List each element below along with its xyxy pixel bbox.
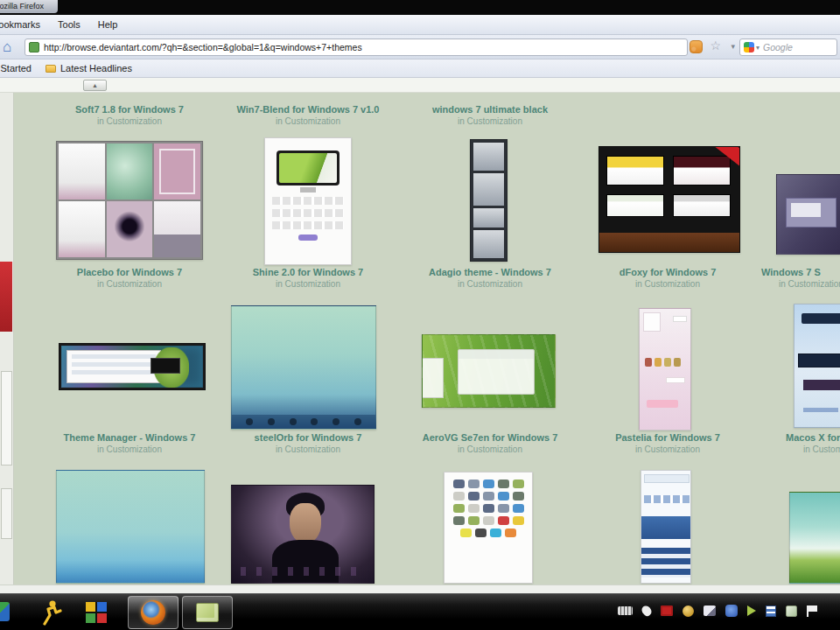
- grill-tray-icon[interactable]: [618, 606, 633, 615]
- deviation-category[interactable]: in Customization: [399, 278, 581, 290]
- deviation-card: AeroVG Se7en for Windows 7 in Customizat…: [399, 432, 581, 455]
- page-left-column: [0, 93, 14, 584]
- window-title: Mozilla Firefox: [0, 0, 44, 13]
- leaf-app-tray-icon[interactable]: [786, 606, 797, 617]
- system-tray: [618, 605, 817, 617]
- deviation-category[interactable]: in Customization: [761, 278, 840, 290]
- deviation-thumbnail-shine[interactable]: [264, 137, 352, 265]
- deviation-category[interactable]: in Customization: [217, 116, 399, 127]
- firefox-taskbar-button[interactable]: [128, 596, 178, 629]
- rss-icon[interactable]: [690, 40, 703, 53]
- gold-badge-tray-icon[interactable]: [682, 606, 694, 617]
- deviation-thumbnail-windows7s[interactable]: [776, 174, 840, 255]
- deviation-card: Win7-Blend for Windows 7 v1.0 in Customi…: [217, 104, 399, 127]
- deviation-category[interactable]: in Customization: [786, 444, 840, 455]
- menu-bar: Bookmarks Tools Help: [0, 15, 840, 35]
- taskbar-partial-icon[interactable]: [0, 602, 10, 621]
- scroll-up-button[interactable]: ▲: [83, 80, 107, 91]
- left-ad-fragment: [0, 262, 12, 332]
- photo-tray-icon[interactable]: [704, 606, 716, 616]
- menu-help[interactable]: Help: [89, 19, 127, 30]
- deviation-thumbnail-dfoxy[interactable]: [598, 146, 740, 253]
- deviation-thumbnail-pastelia[interactable]: [639, 308, 691, 430]
- window-bottom-edge: [0, 584, 840, 593]
- deviation-thumbnail[interactable]: [56, 470, 205, 584]
- address-bar[interactable]: [24, 38, 688, 56]
- taskbar: [0, 593, 840, 630]
- browser-viewport: ▲ Soft7 1.8 for Windows 7 in Customizati…: [0, 78, 840, 584]
- notes-taskbar-button[interactable]: [182, 596, 233, 629]
- deviation-title-link[interactable]: Theme Manager - Windows 7: [38, 432, 220, 444]
- flag-tray-icon[interactable]: [807, 606, 817, 617]
- bookmark-star-icon[interactable]: ☆: [710, 38, 721, 52]
- deviation-card: steelOrb for Windows 7 in Customization: [217, 432, 399, 455]
- deviation-thumbnail-theme-manager[interactable]: [59, 343, 206, 390]
- bookmark-getting-started[interactable]: Getting Started: [0, 63, 38, 74]
- window-titlebar[interactable]: Mozilla Firefox: [0, 0, 58, 13]
- navigation-bar: ⌂ ☆ ▾ ▾: [0, 35, 840, 60]
- deviation-thumbnail[interactable]: [444, 472, 533, 584]
- deviation-title-link[interactable]: Placebo for Windows 7: [38, 267, 220, 278]
- bookmark-latest-headlines[interactable]: Latest Headlines: [38, 63, 139, 74]
- search-input[interactable]: [763, 42, 833, 52]
- play-arrow-tray-icon[interactable]: [747, 606, 756, 616]
- deviation-thumbnail-aerovg[interactable]: [422, 334, 556, 408]
- droplet-tray-icon[interactable]: [640, 604, 654, 618]
- left-panel-fragment: [1, 371, 12, 466]
- deviation-thumbnail-placebo[interactable]: [56, 141, 203, 260]
- deviation-thumbnail-macosx[interactable]: [794, 304, 840, 428]
- deviation-card: Pastelia for Windows 7 in Customization: [577, 432, 759, 455]
- menu-bookmarks[interactable]: Bookmarks: [0, 19, 49, 30]
- bookmarks-toolbar: Getting Started Latest Headlines: [0, 60, 840, 78]
- deviation-card: Macos X for W in Customization: [786, 432, 840, 455]
- red-badge-tray-icon[interactable]: [661, 606, 673, 616]
- deviation-title-link[interactable]: AeroVG Se7en for Windows 7: [399, 432, 581, 444]
- deviation-category[interactable]: in Customization: [577, 444, 759, 455]
- deviation-thumbnail[interactable]: [789, 492, 840, 584]
- search-bar[interactable]: ▾: [739, 38, 837, 56]
- deviation-thumbnail-adagio[interactable]: [470, 139, 508, 262]
- search-engine-dropdown-icon[interactable]: ▾: [756, 44, 760, 52]
- deviation-title-link[interactable]: Pastelia for Windows 7: [577, 432, 759, 444]
- deviation-title-link[interactable]: Macos X for W: [786, 432, 840, 444]
- deviation-title-link[interactable]: steelOrb for Windows 7: [217, 432, 399, 444]
- deviation-category[interactable]: in Customization: [38, 116, 220, 127]
- home-icon[interactable]: ⌂: [3, 39, 11, 54]
- menu-tools[interactable]: Tools: [49, 19, 89, 30]
- deviation-thumbnail[interactable]: [640, 470, 691, 584]
- google-logo-icon: [744, 42, 754, 52]
- deviation-card: windows 7 ultimate black in Customizatio…: [399, 104, 581, 127]
- deviation-category[interactable]: in Customization: [38, 444, 220, 455]
- deviation-category[interactable]: in Customization: [217, 278, 399, 290]
- url-input[interactable]: [44, 42, 683, 52]
- deviation-card: dFoxy for Windows 7 in Customization: [577, 267, 759, 290]
- deviation-category[interactable]: in Customization: [577, 278, 759, 290]
- deviation-title-link[interactable]: Soft7 1.8 for Windows 7: [38, 104, 220, 116]
- document-tray-icon[interactable]: [766, 606, 776, 617]
- url-dropdown-icon[interactable]: ▾: [731, 42, 735, 51]
- deviation-category[interactable]: in Customization: [217, 444, 399, 455]
- deviation-thumbnail-steelorb[interactable]: [231, 305, 376, 430]
- deviation-title-link[interactable]: Win7-Blend for Windows 7 v1.0: [217, 104, 399, 116]
- feed-folder-icon: [46, 65, 56, 73]
- notes-icon: [196, 603, 219, 622]
- deviation-category[interactable]: in Customization: [399, 116, 581, 127]
- deviation-card: Soft7 1.8 for Windows 7 in Customization: [38, 104, 220, 127]
- desktop-screen: Mozilla Firefox Bookmarks Tools Help ⌂ ☆…: [0, 0, 840, 630]
- blue-app-tray-icon[interactable]: [725, 605, 738, 617]
- deviation-category[interactable]: in Customization: [38, 278, 220, 290]
- deviation-card: Placebo for Windows 7 in Customization: [38, 267, 220, 290]
- deviation-card: Theme Manager - Windows 7 in Customizati…: [38, 432, 220, 455]
- deviation-title-link[interactable]: Windows 7 S: [761, 267, 840, 278]
- deviation-title-link[interactable]: windows 7 ultimate black: [399, 104, 581, 116]
- deviation-title-link[interactable]: Shine 2.0 for Windows 7: [217, 267, 399, 278]
- deviation-card: Windows 7 S in Customization: [761, 267, 840, 290]
- deviation-thumbnail[interactable]: [231, 485, 374, 584]
- page-header-strip: [0, 78, 840, 93]
- site-favicon: [29, 42, 39, 52]
- deviation-title-link[interactable]: dFoxy for Windows 7: [577, 267, 759, 278]
- deviation-title-link[interactable]: Adagio theme - Windows 7: [399, 267, 581, 278]
- deviation-category[interactable]: in Customization: [399, 444, 581, 455]
- four-color-logo-icon[interactable]: [86, 602, 107, 623]
- aim-icon[interactable]: [40, 599, 63, 626]
